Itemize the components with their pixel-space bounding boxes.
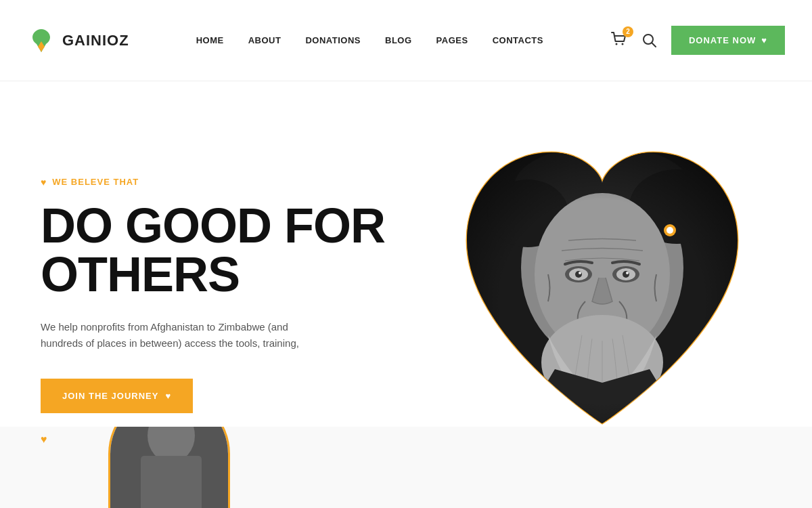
- nav-pages[interactable]: PAGES: [436, 35, 468, 45]
- search-button[interactable]: [641, 33, 658, 49]
- nav-blog[interactable]: BLOG: [385, 35, 412, 45]
- svg-rect-20: [433, 132, 771, 471]
- search-icon: [642, 33, 657, 48]
- header: GAINIOZ HOME ABOUT DONATIONS BLOG PAGES …: [0, 0, 812, 81]
- logo-text: GAINIOZ: [62, 32, 129, 49]
- heart-icon: ♥: [761, 35, 767, 45]
- svg-point-0: [615, 43, 617, 45]
- hero-subtitle: ♥ WE BELEVE THAT: [41, 177, 392, 188]
- logo-icon: [27, 26, 55, 55]
- hero-content: ♥ WE BELEVE THAT DO GOOD FOR OTHERS We h…: [41, 163, 420, 413]
- main-nav: HOME ABOUT DONATIONS BLOG PAGES CONTACTS: [196, 35, 543, 45]
- header-actions: 2 DONATE NOW ♥: [610, 26, 785, 55]
- logo[interactable]: GAINIOZ: [27, 26, 129, 55]
- join-journey-button[interactable]: JOIN THE JOURNEY ♥: [41, 379, 193, 413]
- nav-home[interactable]: HOME: [196, 35, 224, 45]
- cart-button[interactable]: 2: [610, 30, 628, 51]
- bottom-section-peek: ♥: [0, 427, 812, 508]
- hero-section: ♥ WE BELEVE THAT DO GOOD FOR OTHERS We h…: [0, 81, 812, 467]
- nav-donations[interactable]: DONATIONS: [305, 35, 361, 45]
- nav-about[interactable]: ABOUT: [248, 35, 281, 45]
- hero-title: DO GOOD FOR OTHERS: [41, 201, 392, 299]
- bottom-circle-image: [108, 427, 230, 508]
- cta-heart-icon: ♥: [165, 391, 171, 401]
- nav-contacts[interactable]: CONTACTS: [493, 35, 543, 45]
- donate-now-button[interactable]: DONATE NOW ♥: [671, 26, 785, 55]
- hero-heart-container: [433, 132, 758, 444]
- hero-description: We help nonprofits from Afghanistan to Z…: [41, 319, 325, 352]
- bottom-heart-icon: ♥: [41, 433, 47, 446]
- cart-count: 2: [623, 26, 633, 37]
- svg-point-21: [667, 227, 673, 234]
- hero-image: [420, 108, 771, 467]
- bottom-photo: [110, 427, 230, 508]
- svg-point-1: [621, 43, 623, 45]
- svg-line-3: [652, 43, 656, 47]
- svg-rect-24: [141, 456, 202, 508]
- subtitle-heart-icon: ♥: [41, 177, 47, 188]
- heart-image-svg: [433, 132, 771, 471]
